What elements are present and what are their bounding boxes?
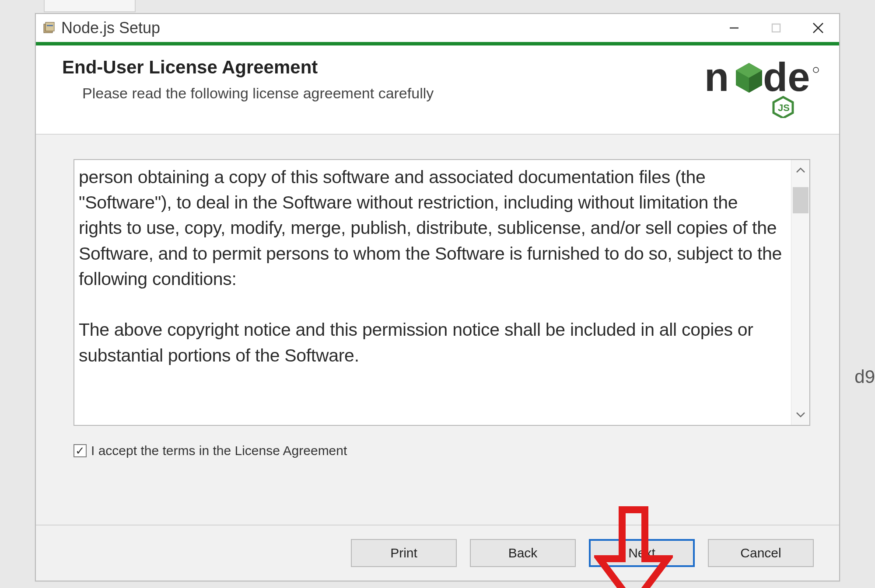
window-title: Node.js Setup — [61, 19, 160, 37]
back-button[interactable]: Back — [470, 539, 576, 567]
close-button[interactable] — [797, 14, 839, 42]
background-text-fragment: d9 — [854, 366, 875, 387]
svg-rect-4 — [772, 24, 780, 32]
maximize-button — [755, 14, 797, 42]
scroll-up-icon[interactable] — [791, 160, 810, 180]
svg-text:de: de — [763, 57, 810, 99]
license-paragraph-1: person obtaining a copy of this software… — [79, 164, 785, 292]
installer-icon — [42, 21, 56, 35]
page-header: End-User License Agreement Please read t… — [36, 45, 839, 135]
titlebar: Node.js Setup — [36, 14, 839, 42]
page-title: End-User License Agreement — [62, 57, 704, 78]
accept-label[interactable]: I accept the terms in the License Agreem… — [91, 443, 347, 458]
header-divider — [36, 42, 839, 45]
button-footer: Print Back Next Cancel — [36, 525, 839, 581]
page-subtitle: Please read the following license agreem… — [82, 85, 704, 102]
scroll-thumb[interactable] — [793, 187, 808, 213]
svg-text:n: n — [704, 57, 729, 99]
checkmark-icon: ✓ — [75, 445, 85, 456]
cancel-button[interactable]: Cancel — [708, 539, 814, 567]
scroll-down-icon[interactable] — [791, 405, 810, 425]
content-area: person obtaining a copy of this software… — [36, 135, 839, 525]
minimize-button[interactable] — [713, 14, 755, 42]
license-body[interactable]: person obtaining a copy of this software… — [74, 160, 791, 425]
next-button[interactable]: Next — [589, 539, 695, 567]
print-button[interactable]: Print — [351, 539, 457, 567]
license-paragraph-2: The above copyright notice and this perm… — [79, 317, 785, 368]
scrollbar[interactable] — [791, 160, 809, 425]
svg-rect-2 — [47, 25, 53, 26]
svg-point-12 — [813, 67, 819, 73]
node-logo-icon: n de JS — [704, 57, 822, 118]
license-textbox: person obtaining a copy of this software… — [74, 159, 810, 426]
background-tab-fragment — [44, 0, 136, 12]
svg-text:JS: JS — [778, 102, 790, 113]
window-controls — [713, 14, 839, 42]
accept-checkbox[interactable]: ✓ — [74, 444, 87, 457]
accept-row: ✓ I accept the terms in the License Agre… — [74, 443, 810, 458]
svg-rect-1 — [46, 22, 54, 31]
installer-dialog: Node.js Setup End-User License Agreement… — [35, 13, 840, 581]
